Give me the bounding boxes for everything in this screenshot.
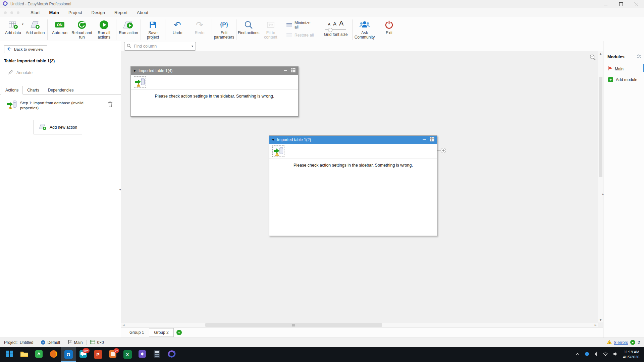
zoom-out-icon[interactable] — [589, 54, 596, 62]
screen: Untitled - EasyMorph Professional StartM… — [0, 0, 644, 362]
annotate-button[interactable]: Annotate — [8, 70, 121, 76]
ribbon-button-save-project[interactable]: Save project — [142, 18, 164, 42]
taskbar-app-app-purple[interactable] — [135, 347, 150, 362]
table-window-header[interactable]: ▼Imported table 1(2) — [269, 136, 437, 144]
scroll-up-arrow[interactable]: ▲ — [598, 52, 603, 55]
collapse-window-icon[interactable]: ▼ — [272, 138, 274, 141]
wifi-icon[interactable] — [603, 352, 608, 358]
table-window-imported-table-1-4[interactable]: ▼Imported table 1(4)!Please check action… — [130, 66, 299, 117]
tray-expand-icon[interactable] — [575, 352, 580, 358]
collapse-window-icon[interactable]: ▼ — [133, 69, 136, 72]
scroll-down-arrow[interactable]: ▼ — [598, 318, 603, 321]
tray-app-icon[interactable] — [585, 352, 589, 358]
window-grid-icon[interactable] — [430, 137, 434, 142]
window-minimize-icon[interactable] — [423, 139, 426, 140]
add-new-action-button[interactable]: Add new action — [34, 120, 82, 134]
menu-tab-project[interactable]: Project — [64, 8, 87, 17]
taskbar-app-easymorph[interactable] — [164, 347, 179, 362]
errors-link[interactable]: 8 errors — [614, 340, 628, 345]
ribbon-button-find-actions[interactable]: Find actions — [237, 18, 260, 42]
volume-icon[interactable] — [613, 352, 618, 358]
dropdown-caret-icon[interactable]: ▾ — [22, 22, 23, 26]
taskbar-app-app-green[interactable] — [32, 347, 46, 362]
tasks-running-icon[interactable]: ▶ — [630, 340, 635, 345]
add-module-button[interactable]: + Add module — [603, 72, 644, 82]
menu-tab-start[interactable]: Start — [26, 8, 44, 17]
sidebar-tab-dependencies[interactable]: Dependencies — [44, 86, 78, 95]
find-column-input[interactable] — [133, 44, 190, 49]
ribbon-button-edit-parameters[interactable]: {P}Edit parameters — [213, 18, 235, 42]
back-to-overview-button[interactable]: Back to overview — [4, 45, 47, 53]
delete-step-icon[interactable] — [108, 100, 113, 109]
menu-tab-about[interactable]: About — [132, 8, 153, 17]
scroll-right-arrow[interactable]: ► — [595, 323, 597, 326]
module-item-main[interactable]: Main — [603, 59, 644, 72]
grid-font-size-control[interactable]: AAAGrid font size — [320, 18, 351, 42]
taskbar-app-firefox[interactable] — [46, 347, 61, 362]
chevron-down-icon[interactable]: ▾ — [192, 44, 193, 48]
import-action-icon[interactable]: ! — [272, 145, 284, 157]
import-action-icon[interactable]: ! — [134, 76, 146, 88]
ribbon-button-ask-community[interactable]: Ask Community — [354, 18, 376, 42]
quick-access-dot[interactable] — [17, 11, 19, 14]
taskbar-app-app-orange[interactable]: 9+ — [105, 347, 120, 362]
window-minimize-icon[interactable] — [284, 70, 287, 71]
table-window-header[interactable]: ▼Imported table 1(4) — [131, 67, 298, 75]
modules-options-icon[interactable] — [636, 54, 642, 59]
window-maximize-button[interactable] — [613, 0, 629, 8]
group-tab-group-1[interactable]: Group 1 — [124, 328, 149, 337]
quick-access-dot[interactable] — [10, 11, 13, 14]
sidebar-tab-charts[interactable]: Charts — [23, 86, 43, 95]
menu-tab-design[interactable]: Design — [87, 8, 110, 17]
taskbar-app-powerpoint[interactable]: P — [91, 347, 105, 362]
environment-selector[interactable]: ▸ Default — [41, 340, 60, 345]
window-grid-icon[interactable] — [291, 68, 296, 73]
sidebar-tab-actions[interactable]: Actions — [1, 86, 23, 95]
add-action-connector[interactable] — [437, 147, 447, 155]
ribbon-button-run-action[interactable]: Run action — [117, 18, 140, 42]
tray-date: 4/15/2026 — [623, 355, 639, 359]
menu-tab-report[interactable]: Report — [110, 8, 132, 17]
horizontal-scroll-thumb[interactable] — [205, 323, 382, 327]
collapse-left-panel-handle[interactable]: ◂ — [119, 188, 121, 191]
bluetooth-icon[interactable] — [594, 351, 598, 358]
ribbon-button-reload-and-run[interactable]: Reload and run — [71, 18, 93, 42]
vertical-scrollbar[interactable]: ▲ ▼ — [598, 51, 603, 322]
clock[interactable]: 11:19 AM 4/15/2026 — [623, 350, 639, 360]
ribbon-button-add-action[interactable]: Add action — [24, 18, 46, 42]
workflow-canvas[interactable]: ▲ ▼ ◄ ► ▼Imported table 1(4)!Please chec… — [121, 51, 603, 327]
window-minimize-button[interactable] — [598, 0, 613, 8]
modules-panel-title: Modules — [607, 55, 625, 59]
ribbon-button-exit[interactable]: Exit — [378, 18, 400, 42]
action-step-item[interactable]: !Step 1: Import from database (invalid p… — [0, 95, 121, 111]
slider-thumb[interactable] — [328, 28, 332, 32]
taskbar-app-chat[interactable]: 99+ — [76, 347, 91, 362]
taskbar-app-file-explorer[interactable] — [17, 347, 32, 362]
ribbon-button-run-all-actions[interactable]: Run all actions — [93, 18, 115, 42]
horizontal-scrollbar[interactable]: ◄ ► — [121, 322, 598, 327]
ribbon-button-minimize-all[interactable]: Minimize all — [286, 21, 320, 29]
module-indicator[interactable]: Main — [68, 340, 83, 345]
expand-right-panel-handle[interactable]: ▸ — [602, 192, 604, 196]
fit-to-content-icon — [266, 19, 276, 30]
taskbar-app-excel[interactable]: X — [120, 347, 135, 362]
ribbon-button-add-data[interactable]: Add data▾ — [2, 18, 24, 42]
taskbar-app-start[interactable] — [2, 347, 17, 362]
window-close-button[interactable] — [629, 0, 644, 8]
table-icon — [90, 340, 95, 345]
find-column-box[interactable]: ▾ — [124, 42, 196, 51]
taskbar-app-outlook[interactable]: O — [61, 347, 76, 362]
dimensions-label: 0×0 — [97, 340, 104, 345]
menu-tab-main[interactable]: Main — [44, 8, 64, 17]
vertical-scroll-thumb[interactable] — [599, 77, 602, 177]
scroll-left-arrow[interactable]: ◄ — [122, 323, 124, 326]
group-tab-group-2[interactable]: Group 2 — [149, 328, 173, 337]
font-size-slider[interactable] — [325, 27, 346, 32]
ribbon-button-auto-run[interactable]: ONAuto-run — [49, 18, 71, 42]
quick-access-dot[interactable] — [4, 11, 7, 14]
ribbon-button-undo[interactable]: ↶Undo — [166, 18, 189, 42]
excel-icon: X — [123, 350, 132, 359]
add-group-button[interactable]: + — [176, 330, 182, 335]
table-window-imported-table-1-2[interactable]: ▼Imported table 1(2)!Please check action… — [269, 135, 437, 236]
taskbar-app-calculator[interactable] — [150, 347, 164, 362]
